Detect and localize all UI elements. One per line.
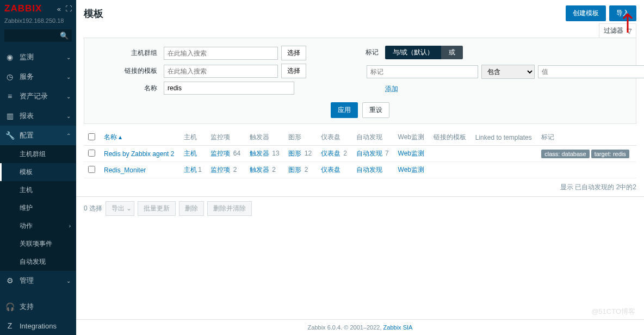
col-web: Web监测 — [394, 129, 429, 146]
col-items: 监控项 — [206, 129, 245, 146]
col-discovery: 自动发现 — [352, 129, 394, 146]
subnav-discovery[interactable]: 自动发现 — [0, 253, 76, 271]
chevron-down-icon: ⌄ — [126, 204, 132, 212]
dashboards-link[interactable]: 仪表盘 — [321, 166, 340, 173]
config-subnav: 主机群组 模板 主机 维护 动作› 关联项事件 自动发现 — [0, 145, 76, 271]
template-name-link[interactable]: Redis_Moniter — [104, 166, 146, 174]
chart-icon: ▥ — [5, 111, 14, 120]
search-input[interactable] — [8, 32, 60, 40]
import-button[interactable]: 导入 — [609, 5, 636, 21]
tag-mode-toggle[interactable]: 与/或（默认） 或 — [385, 46, 463, 59]
items-link[interactable]: 监控项 — [210, 150, 230, 157]
tag-badge: class: database — [541, 150, 589, 158]
nav-label: 支持 — [20, 302, 71, 312]
collapse-sidebar-icon[interactable]: « — [57, 5, 61, 13]
select-all-checkbox[interactable] — [88, 133, 95, 140]
nav-label: 报表 — [20, 111, 61, 121]
row-checkbox[interactable] — [88, 166, 95, 173]
name-filter-label: 名称 — [84, 84, 160, 93]
sidebar: ZABBIX « ⛶ Zabbix192.168.250.18 🔍 ◉监测⌄ ◷… — [0, 0, 76, 335]
subnav-actions[interactable]: 动作› — [0, 217, 76, 235]
list-icon: ≡ — [5, 92, 14, 101]
col-name[interactable]: 名称 ▴ — [100, 129, 179, 146]
col-linked: 链接的模板 — [429, 129, 471, 146]
subnav-maintenance[interactable]: 维护 — [0, 199, 76, 217]
gear-icon: ⚙ — [5, 276, 14, 285]
hostgroup-filter-label: 主机群组 — [84, 48, 160, 58]
graphs-link[interactable]: 图形 — [288, 150, 301, 157]
tag-badge: target: redis — [591, 150, 629, 158]
nav-config[interactable]: 🔧配置⌃ — [0, 126, 76, 145]
headset-icon: 🎧 — [5, 302, 14, 311]
tag-mode-or[interactable]: 或 — [441, 46, 463, 59]
subnav-correlation[interactable]: 关联项事件 — [0, 235, 76, 253]
hostgroup-filter-input[interactable] — [164, 47, 278, 60]
nav-integrations[interactable]: ZIntegrations — [0, 317, 76, 335]
main-nav: ◉监测⌄ ◷服务⌄ ≡资产记录⌄ ▥报表⌄ 🔧配置⌃ 主机群组 模板 主机 维护… — [0, 47, 76, 335]
triggers-link[interactable]: 触发器 — [250, 150, 269, 157]
col-triggers: 触发器 — [245, 129, 284, 146]
linked-select-button[interactable]: 选择 — [281, 64, 306, 78]
dashboards-link[interactable]: 仪表盘 — [321, 150, 340, 157]
nav-label: 服务 — [20, 72, 61, 82]
watermark: @51CTO博客 — [591, 307, 635, 317]
web-link[interactable]: Web监测 — [398, 166, 424, 173]
nav-label: 监测 — [20, 52, 61, 62]
fullscreen-icon[interactable]: ⛶ — [65, 5, 72, 13]
table-summary: 显示 已自动发现的 2中的2 — [76, 178, 644, 196]
subnav-hostgroups[interactable]: 主机群组 — [0, 145, 76, 163]
hostgroup-select-button[interactable]: 选择 — [281, 46, 306, 60]
linked-filter-input[interactable] — [164, 65, 278, 78]
export-button[interactable]: 导出 ⌄ — [106, 201, 134, 216]
graphs-link[interactable]: 图形 — [288, 166, 301, 173]
hosts-link[interactable]: 主机 — [184, 166, 197, 173]
col-dashboards: 仪表盘 — [317, 129, 352, 146]
nav-support[interactable]: 🎧支持 — [0, 297, 76, 317]
apply-filter-button[interactable]: 应用 — [331, 102, 358, 118]
selected-count: 0 选择 — [84, 204, 102, 213]
nav-label: 配置 — [20, 131, 61, 140]
discovery-link[interactable]: 自动发现 — [356, 150, 382, 157]
tag-add-link[interactable]: 添加 — [385, 84, 398, 94]
eye-icon: ◉ — [5, 53, 14, 61]
tag-mode-andor[interactable]: 与/或（默认） — [385, 46, 441, 59]
footer-link[interactable]: Zabbix SIA — [383, 324, 413, 331]
delete-clear-button[interactable]: 删除并清除 — [207, 201, 252, 216]
delete-button[interactable]: 删除 — [179, 201, 204, 216]
col-linked-to: Linked to templates — [471, 129, 537, 146]
filter-panel: 主机群组 选择 链接的模板 选择 名称 — [84, 38, 636, 124]
nav-admin[interactable]: ⚙管理⌄ — [0, 271, 76, 290]
server-name: Zabbix192.168.250.18 — [0, 17, 76, 27]
chevron-down-icon: ⌄ — [66, 113, 71, 119]
global-search[interactable]: 🔍 — [4, 29, 72, 42]
nav-services[interactable]: ◷服务⌄ — [0, 67, 76, 86]
reset-filter-button[interactable]: 重设 — [362, 102, 389, 118]
create-template-button[interactable]: 创建模板 — [566, 5, 606, 21]
templates-table: 名称 ▴ 主机 监控项 触发器 图形 仪表盘 自动发现 Web监测 链接的模板 … — [84, 129, 636, 178]
tag-name-input[interactable] — [367, 65, 478, 78]
search-icon[interactable]: 🔍 — [60, 32, 69, 40]
subnav-hosts[interactable]: 主机 — [0, 181, 76, 199]
nav-inventory[interactable]: ≡资产记录⌄ — [0, 86, 76, 106]
name-filter-input[interactable] — [164, 82, 294, 95]
filter-toggle[interactable]: 过滤器 ▽ — [599, 23, 636, 38]
web-link[interactable]: Web监测 — [398, 150, 424, 157]
nav-label: Integrations — [20, 322, 71, 330]
bulk-actions: 0 选择 导出 ⌄ 批量更新 删除 删除并清除 — [76, 196, 644, 220]
tag-value-input[interactable] — [538, 65, 644, 78]
col-hosts: 主机 — [179, 129, 206, 146]
template-name-link[interactable]: Redis by Zabbix agent 2 — [104, 150, 174, 158]
subnav-templates[interactable]: 模板 — [0, 163, 76, 181]
hosts-link[interactable]: 主机 — [184, 150, 197, 157]
logo: ZABBIX — [4, 3, 42, 14]
page-title: 模板 — [84, 7, 103, 20]
tag-operator-select[interactable]: 包含 — [481, 65, 535, 79]
row-checkbox[interactable] — [88, 150, 95, 157]
discovery-link[interactable]: 自动发现 — [356, 166, 382, 173]
mass-update-button[interactable]: 批量更新 — [138, 201, 176, 216]
nav-monitoring[interactable]: ◉监测⌄ — [0, 47, 76, 67]
items-link[interactable]: 监控项 — [210, 166, 230, 173]
triggers-link[interactable]: 触发器 — [250, 166, 269, 173]
nav-reports[interactable]: ▥报表⌄ — [0, 106, 76, 126]
filter-toggle-label: 过滤器 — [604, 26, 623, 35]
